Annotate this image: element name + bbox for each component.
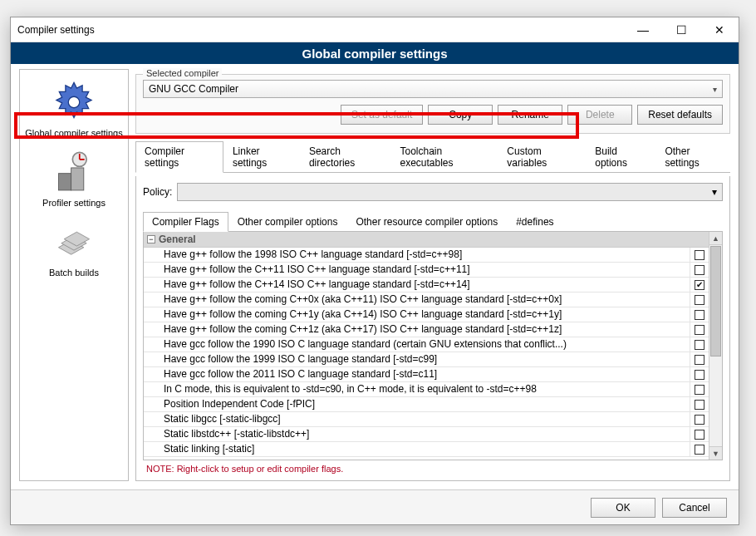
checkbox-icon[interactable] [695, 355, 704, 365]
scroll-thumb[interactable] [710, 246, 721, 357]
window-title: Compiler settings [11, 24, 95, 36]
flag-checkbox-cell[interactable] [690, 442, 709, 456]
compiler-settings-dialog: Compiler settings — ☐ ✕ Global compiler … [10, 17, 739, 525]
minimize-icon: — [637, 23, 649, 37]
flag-checkbox-cell[interactable]: ✔ [690, 278, 709, 292]
delete-button[interactable]: Delete [567, 105, 632, 125]
flag-label: In C mode, this is equivalent to -std=c9… [144, 382, 690, 396]
batch-icon [52, 219, 96, 264]
compiler-select[interactable]: GNU GCC Compiler ▾ [143, 80, 723, 98]
flag-row[interactable]: Have g++ follow the coming C++0x (aka C+… [144, 293, 709, 307]
flag-checkbox-cell[interactable] [690, 352, 709, 366]
checkbox-icon[interactable] [695, 265, 704, 275]
flag-row[interactable]: In C mode, this is equivalent to -std=c9… [144, 382, 709, 397]
flag-row[interactable]: Have gcc follow the 1990 ISO C language … [144, 337, 709, 352]
flag-checkbox-cell[interactable] [690, 293, 709, 307]
tab-compiler-flags[interactable]: Compiler Flags [143, 212, 228, 232]
checkbox-icon[interactable] [695, 250, 704, 260]
compiler-button-row: Set as default Copy Rename Delete Reset … [143, 105, 723, 125]
flag-checkbox-cell[interactable] [690, 248, 709, 262]
tab-custom-variables[interactable]: Custom variables [498, 141, 586, 173]
flag-row[interactable]: Static linking [-static] [144, 442, 709, 457]
flag-row[interactable]: Have g++ follow the coming C++1z (aka C+… [144, 322, 709, 337]
flag-row[interactable]: Have g++ follow the 1998 ISO C++ languag… [144, 248, 709, 263]
tab-other-compiler-options[interactable]: Other compiler options [228, 212, 347, 232]
collapse-icon[interactable]: − [147, 235, 155, 243]
tab-other-settings[interactable]: Other settings [655, 141, 730, 173]
flag-label: Position Independent Code [-fPIC] [144, 397, 690, 411]
flag-row[interactable]: Have g++ follow the coming C++1y (aka C+… [144, 307, 709, 322]
profiler-icon [52, 150, 96, 194]
flag-row[interactable]: Have g++ follow the C++11 ISO C++ langua… [144, 263, 709, 278]
checkbox-icon[interactable] [695, 400, 704, 410]
sidebar-item-batch[interactable]: Batch builds [20, 216, 128, 286]
flag-checkbox-cell[interactable] [690, 322, 709, 337]
flag-checkbox-cell[interactable] [690, 263, 709, 277]
checkbox-icon[interactable] [695, 340, 704, 350]
flags-note: NOTE: Right-click to setup or edit compi… [143, 460, 723, 474]
sidebar-item-label: Batch builds [22, 268, 126, 278]
checkbox-icon[interactable] [695, 325, 704, 335]
selected-compiler-group: Selected compiler GNU GCC Compiler ▾ Set… [135, 74, 730, 134]
compiler-select-value: GNU GCC Compiler [149, 83, 238, 95]
checkbox-icon[interactable] [695, 295, 704, 305]
rename-button[interactable]: Rename [498, 105, 562, 125]
checkbox-icon[interactable] [695, 445, 704, 455]
flag-checkbox-cell[interactable] [690, 307, 709, 322]
flag-row[interactable]: Static libgcc [-static-libgcc] [144, 412, 709, 427]
flag-checkbox-cell[interactable] [690, 382, 709, 396]
ok-button[interactable]: OK [591, 498, 655, 518]
cancel-button[interactable]: Cancel [662, 498, 727, 518]
flag-row[interactable]: Have gcc follow the 2011 ISO C language … [144, 367, 709, 382]
flag-row[interactable]: Have gcc follow the 1999 ISO C language … [144, 352, 709, 367]
flag-checkbox-cell[interactable] [690, 412, 709, 426]
minimize-button[interactable]: — [624, 17, 662, 42]
svg-rect-2 [58, 174, 71, 190]
flag-label: Have g++ follow the C++11 ISO C++ langua… [144, 263, 690, 277]
selected-compiler-label: Selected compiler [143, 68, 222, 78]
flag-row[interactable]: Have g++ follow the C++14 ISO C++ langua… [144, 278, 709, 293]
chevron-down-icon: ▾ [712, 186, 717, 198]
flag-category-header[interactable]: − General [144, 232, 709, 248]
checkbox-icon[interactable] [695, 310, 704, 320]
tab-toolchain[interactable]: Toolchain executables [390, 141, 498, 173]
scroll-up-icon[interactable]: ▲ [709, 232, 722, 245]
reset-defaults-button[interactable]: Reset defaults [637, 105, 723, 125]
flag-checkbox-cell[interactable] [690, 427, 709, 441]
svg-rect-3 [71, 168, 84, 190]
tab-defines[interactable]: #defines [507, 212, 562, 232]
scroll-track[interactable] [709, 245, 722, 446]
flag-label: Have g++ follow the coming C++0x (aka C+… [144, 293, 690, 307]
set-default-button[interactable]: Set as default [341, 105, 423, 125]
flag-checkbox-cell[interactable] [690, 367, 709, 381]
sidebar-item-global-compiler[interactable]: Global compiler settings [20, 76, 128, 146]
policy-select[interactable]: ▾ [177, 183, 723, 201]
main-tab-body: Policy: ▾ Compiler Flags Other compiler … [135, 176, 730, 481]
dialog-footer: OK Cancel [11, 489, 739, 524]
flag-category-label: General [159, 234, 196, 245]
checkbox-icon[interactable]: ✔ [695, 280, 704, 290]
checkbox-icon[interactable] [695, 430, 704, 440]
tab-linker-settings[interactable]: Linker settings [223, 141, 300, 173]
maximize-button[interactable]: ☐ [662, 17, 700, 42]
flag-checkbox-cell[interactable] [690, 397, 709, 411]
tab-other-resource-options[interactable]: Other resource compiler options [346, 212, 507, 232]
flag-row[interactable]: Static libstdc++ [-static-libstdc++] [144, 427, 709, 442]
tab-build-options[interactable]: Build options [586, 141, 655, 173]
sidebar-item-label: Global compiler settings [22, 128, 126, 138]
flag-row[interactable]: Position Independent Code [-fPIC] [144, 397, 709, 412]
checkbox-icon[interactable] [695, 370, 704, 380]
vertical-scrollbar[interactable]: ▲ ▼ [709, 232, 722, 460]
flag-checkbox-cell[interactable] [690, 337, 709, 352]
svg-point-1 [68, 96, 80, 108]
checkbox-icon[interactable] [695, 415, 704, 425]
flag-list[interactable]: − General Have g++ follow the 1998 ISO C… [144, 232, 709, 460]
tab-compiler-settings[interactable]: Compiler settings [135, 141, 223, 173]
flag-label: Static libgcc [-static-libgcc] [144, 412, 690, 426]
close-button[interactable]: ✕ [700, 17, 739, 42]
scroll-down-icon[interactable]: ▼ [709, 446, 722, 460]
checkbox-icon[interactable] [695, 385, 704, 395]
copy-button[interactable]: Copy [428, 105, 493, 125]
sidebar-item-profiler[interactable]: Profiler settings [20, 146, 128, 216]
tab-search-directories[interactable]: Search directories [300, 141, 391, 173]
